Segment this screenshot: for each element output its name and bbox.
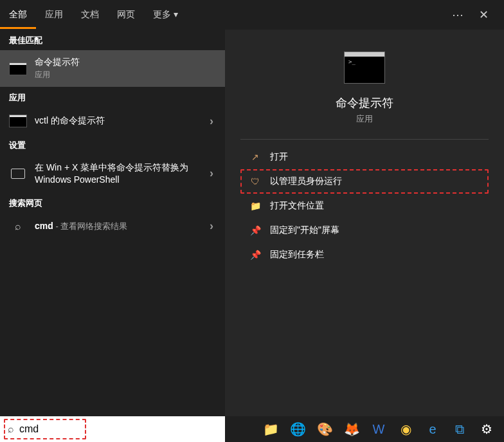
tab-web[interactable]: 网页 bbox=[108, 1, 144, 29]
search-icon: ⌕ bbox=[8, 423, 14, 435]
close-button[interactable]: ✕ bbox=[471, 2, 496, 28]
result-web-cmd[interactable]: ⌕ cmd - 查看网络搜索结果 › bbox=[0, 213, 225, 240]
open-icon: ↗ bbox=[249, 152, 261, 162]
setting-icon bbox=[9, 167, 27, 181]
cmd-icon bbox=[9, 114, 27, 128]
file-explorer-icon[interactable]: 📁 bbox=[260, 418, 282, 440]
firefox-icon[interactable]: 🦊 bbox=[341, 418, 363, 440]
taskbar: 📁🌐🎨🦊W◉e⧉⚙ bbox=[225, 416, 504, 442]
result-app-vctl[interactable]: vctl 的命令提示符 › bbox=[0, 107, 225, 134]
action-open[interactable]: ↗ 打开 bbox=[240, 145, 489, 169]
result-title: 在 Win + X 菜单中将命令提示符替换为 Windows PowerShel… bbox=[35, 161, 216, 186]
cmd-icon bbox=[9, 62, 27, 76]
ie-icon[interactable]: e bbox=[422, 418, 444, 440]
divider bbox=[240, 139, 489, 140]
more-options-button[interactable]: ⋯ bbox=[445, 2, 471, 28]
action-pin-taskbar[interactable]: 📌 固定到任务栏 bbox=[240, 243, 489, 267]
search-icon: ⌕ bbox=[9, 219, 27, 234]
chevron-right-icon: › bbox=[210, 167, 213, 180]
action-label: 固定到"开始"屏幕 bbox=[270, 225, 339, 236]
section-apps: 应用 bbox=[0, 87, 225, 107]
detail-subtitle: 应用 bbox=[356, 113, 373, 125]
chevron-right-icon: › bbox=[210, 115, 213, 128]
section-best-match: 最佳匹配 bbox=[0, 30, 225, 50]
chrome-icon[interactable]: ◉ bbox=[395, 418, 417, 440]
result-best-match[interactable]: 命令提示符 应用 bbox=[0, 50, 225, 87]
results-pane: 最佳匹配 命令提示符 应用 应用 vctl 的命令提示符 › 设置 在 Win … bbox=[0, 30, 225, 416]
paint-icon[interactable]: 🎨 bbox=[314, 418, 336, 440]
detail-title: 命令提示符 bbox=[336, 95, 393, 111]
header-bar: 全部 应用 文档 网页 更多 ▾ ⋯ ✕ bbox=[0, 0, 504, 30]
action-label: 打开文件位置 bbox=[270, 200, 324, 212]
vscode-icon[interactable]: ⧉ bbox=[449, 418, 471, 440]
section-settings: 设置 bbox=[0, 134, 225, 155]
filter-tabs: 全部 应用 文档 网页 更多 ▾ bbox=[0, 1, 187, 29]
chevron-right-icon: › bbox=[210, 219, 213, 233]
result-setting-winx[interactable]: 在 Win + X 菜单中将命令提示符替换为 Windows PowerShel… bbox=[0, 155, 225, 192]
tab-more[interactable]: 更多 ▾ bbox=[144, 1, 187, 29]
action-label: 固定到任务栏 bbox=[270, 249, 324, 261]
action-list: ↗ 打开 🛡 以管理员身份运行 📁 打开文件位置 📌 固定到"开始"屏幕 📌 固… bbox=[240, 145, 489, 267]
edge-icon[interactable]: 🌐 bbox=[287, 418, 309, 440]
pin-icon: 📌 bbox=[249, 250, 261, 260]
detail-pane: 命令提示符 应用 ↗ 打开 🛡 以管理员身份运行 📁 打开文件位置 📌 固定到"… bbox=[225, 30, 504, 416]
pin-icon: 📌 bbox=[249, 225, 261, 235]
search-input[interactable] bbox=[19, 423, 217, 435]
result-title: vctl 的命令提示符 bbox=[35, 115, 216, 127]
tab-documents[interactable]: 文档 bbox=[72, 1, 108, 29]
bottom-bar: ⌕ 📁🌐🎨🦊W◉e⧉⚙ bbox=[0, 416, 504, 442]
shield-icon: 🛡 bbox=[249, 176, 261, 187]
search-box[interactable]: ⌕ bbox=[0, 416, 225, 442]
action-label: 打开 bbox=[270, 151, 288, 163]
action-label: 以管理员身份运行 bbox=[270, 176, 342, 187]
tab-all[interactable]: 全部 bbox=[0, 1, 36, 29]
result-title: 命令提示符 bbox=[35, 57, 216, 68]
action-pin-start[interactable]: 📌 固定到"开始"屏幕 bbox=[240, 218, 489, 243]
tab-apps[interactable]: 应用 bbox=[36, 1, 72, 29]
result-title: cmd - 查看网络搜索结果 bbox=[35, 221, 216, 232]
chevron-down-icon: ▾ bbox=[174, 9, 178, 19]
settings-icon[interactable]: ⚙ bbox=[476, 418, 498, 440]
folder-icon: 📁 bbox=[249, 201, 261, 211]
result-subtitle: 应用 bbox=[35, 69, 216, 80]
section-web: 搜索网页 bbox=[0, 192, 225, 213]
wps-icon[interactable]: W bbox=[368, 418, 390, 440]
action-run-as-admin[interactable]: 🛡 以管理员身份运行 bbox=[240, 169, 489, 194]
app-large-icon bbox=[344, 51, 385, 84]
action-open-location[interactable]: 📁 打开文件位置 bbox=[240, 194, 489, 218]
